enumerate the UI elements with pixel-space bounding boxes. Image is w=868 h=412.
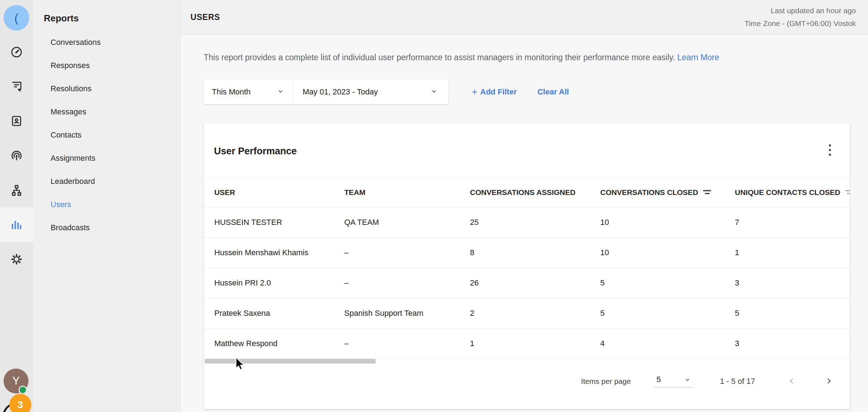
report-description-text: This report provides a complete list of … xyxy=(204,53,675,62)
reports-sidebar: Reports ConversationsResponsesResolution… xyxy=(33,0,181,412)
dashboard-gauge-icon xyxy=(10,45,23,58)
table-cell: HUSSEIN TESTER xyxy=(214,218,344,227)
date-range-dropdown[interactable]: May 01, 2023 - Today xyxy=(293,79,448,104)
sidebar-item-users[interactable]: Users xyxy=(33,193,180,216)
sidebar-item-conversations[interactable]: Conversations xyxy=(33,31,180,54)
column-header[interactable]: USER xyxy=(214,188,344,197)
period-value: This Month xyxy=(212,87,251,97)
sidebar-item-messages[interactable]: Messages xyxy=(33,100,180,123)
learn-more-link[interactable]: Learn More xyxy=(677,53,719,62)
chevron-down-icon xyxy=(276,87,285,97)
column-header[interactable]: TEAM xyxy=(344,188,470,197)
sort-icon[interactable] xyxy=(702,189,712,196)
inbox-chat-icon xyxy=(10,80,23,93)
table-body: HUSSEIN TESTERQA TEAM25107Hussein Mensha… xyxy=(204,207,850,359)
sidebar-item-broadcasts[interactable]: Broadcasts xyxy=(33,216,180,239)
notification-badge[interactable]: 3 xyxy=(9,394,31,412)
column-header-label: TEAM xyxy=(344,188,366,197)
rail-item-broadcast[interactable] xyxy=(0,138,33,173)
reports-bar-chart-icon xyxy=(10,218,23,231)
kebab-menu-icon[interactable] xyxy=(823,141,837,159)
chevron-down-icon xyxy=(684,376,691,383)
table-row[interactable]: Prateek SaxenaSpanish Support Team255 xyxy=(204,298,850,329)
table-cell: 5 xyxy=(600,278,735,288)
date-filter-box: This Month May 01, 2023 - Today xyxy=(204,79,448,104)
rail-item-inbox[interactable] xyxy=(0,69,33,104)
sidebar-item-assignments[interactable]: Assignments xyxy=(33,146,180,170)
date-range-value: May 01, 2023 - Today xyxy=(303,87,378,97)
last-updated-text: Last updated an hour ago xyxy=(744,4,856,17)
rail-item-workflows[interactable] xyxy=(0,173,33,207)
table-cell: – xyxy=(344,278,470,288)
add-filter-button[interactable]: + Add Filter xyxy=(472,87,517,97)
next-page-button[interactable] xyxy=(822,374,836,389)
online-status-dot xyxy=(19,386,27,394)
table-cell: 1 xyxy=(735,248,850,257)
table-cell: 8 xyxy=(470,248,600,257)
rail-item-contacts[interactable] xyxy=(0,104,33,138)
table-cell: 3 xyxy=(735,278,850,288)
notification-count: 3 xyxy=(17,399,23,411)
table-cell: QA TEAM xyxy=(344,218,470,227)
table-cell: 1 xyxy=(470,339,600,348)
add-filter-label: Add Filter xyxy=(480,87,517,97)
column-header[interactable]: CONVERSATIONS ASSIGNED xyxy=(470,188,600,197)
table-cell: 3 xyxy=(735,339,850,348)
workspace-avatar[interactable]: ( xyxy=(4,5,29,31)
settings-gear-icon xyxy=(10,253,23,266)
items-per-page-label: Items per page xyxy=(581,377,631,386)
table-cell: 7 xyxy=(735,218,850,227)
clear-all-button[interactable]: Clear All xyxy=(537,87,569,97)
table-cell: – xyxy=(344,248,470,257)
column-header[interactable]: CONVERSATIONS CLOSED xyxy=(600,188,735,197)
chevron-down-icon xyxy=(430,87,438,97)
timezone-text: Time Zone - (GMT+06:00) Vostok xyxy=(744,17,856,30)
sidebar-item-leaderboard[interactable]: Leaderboard xyxy=(33,170,180,193)
paginator: Items per page 5 1 - 5 of 17 xyxy=(204,365,836,397)
card-header: User Performance xyxy=(204,123,850,177)
table-cell: 10 xyxy=(600,218,735,227)
table-cell: – xyxy=(344,339,470,348)
table-cell: 4 xyxy=(600,339,735,348)
column-header[interactable]: UNIQUE CONTACTS CLOSED xyxy=(735,188,850,197)
plus-icon: + xyxy=(472,88,477,96)
page-range-label: 1 - 5 of 17 xyxy=(720,377,755,386)
page-size-select[interactable]: 5 xyxy=(654,375,693,388)
icon-rail: ( xyxy=(0,0,33,412)
contacts-card-icon xyxy=(10,114,23,128)
chevron-left-icon xyxy=(787,376,796,386)
sort-icon[interactable] xyxy=(845,189,850,196)
column-header-label: UNIQUE CONTACTS CLOSED xyxy=(735,188,840,197)
chevron-right-icon xyxy=(824,376,833,386)
table-cell: 5 xyxy=(735,309,850,318)
table-row[interactable]: Hussein Menshawi Khamis–8101 xyxy=(204,238,850,268)
table-row[interactable]: HUSSEIN TESTERQA TEAM25107 xyxy=(204,207,850,238)
rail-item-dashboard[interactable] xyxy=(0,35,33,69)
table-row[interactable]: Hussein PRI 2.0–2653 xyxy=(204,268,850,298)
column-header-label: CONVERSATIONS CLOSED xyxy=(600,188,698,197)
table-cell: Hussein Menshawi Khamis xyxy=(214,248,344,257)
period-dropdown[interactable]: This Month xyxy=(204,79,293,104)
table-header-row: USERTEAMCONVERSATIONS ASSIGNEDCONVERSATI… xyxy=(204,177,850,207)
sidebar-nav-list: ConversationsResponsesResolutionsMessage… xyxy=(33,31,180,239)
sidebar-item-responses[interactable]: Responses xyxy=(33,54,180,77)
rail-item-reports[interactable] xyxy=(0,207,33,242)
card-title: User Performance xyxy=(214,146,297,157)
previous-page-button[interactable] xyxy=(785,374,799,389)
rail-item-settings[interactable] xyxy=(0,242,33,277)
sidebar-title: Reports xyxy=(33,12,180,24)
report-meta: Last updated an hour ago Time Zone - (GM… xyxy=(744,4,856,30)
table-cell: Prateek Saxena xyxy=(214,309,344,318)
app-window: ( xyxy=(0,0,868,412)
table-cell: 26 xyxy=(470,278,600,288)
user-initial: Y xyxy=(12,375,20,387)
page-title: USERS xyxy=(190,12,220,22)
table-row[interactable]: Matthew Respond–143 xyxy=(204,329,850,359)
sidebar-item-resolutions[interactable]: Resolutions xyxy=(33,77,180,100)
user-performance-card: User Performance USERTEAMCONVERSATIONS A… xyxy=(204,123,850,409)
table-cell: Hussein PRI 2.0 xyxy=(214,278,344,288)
sidebar-item-contacts[interactable]: Contacts xyxy=(33,123,180,146)
column-header-label: CONVERSATIONS ASSIGNED xyxy=(470,188,575,197)
horizontal-scrollbar[interactable] xyxy=(205,359,376,364)
table-cell: Matthew Respond xyxy=(214,339,344,348)
